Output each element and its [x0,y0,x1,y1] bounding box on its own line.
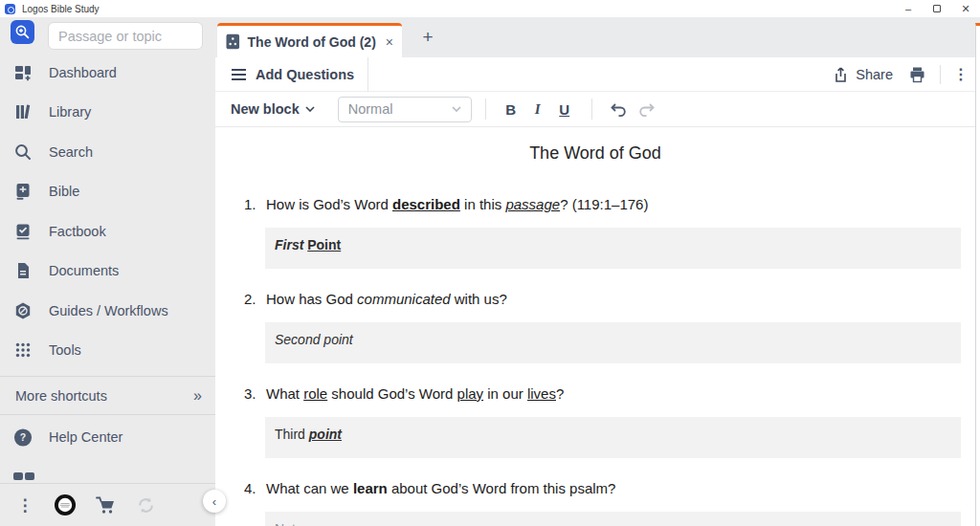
question-number: 2. [244,290,266,309]
guides-workflows-icon [13,301,33,320]
share-icon [833,66,849,83]
cart-icon [95,494,117,516]
new-block-dropdown[interactable]: New block [231,101,315,117]
divider [368,57,368,92]
question-item[interactable]: 3.What role should God’s Word play in ou… [230,384,961,404]
tools-icon [13,340,33,360]
underline-button[interactable]: U [551,97,578,121]
sidebar-item-documents[interactable]: Documents [0,252,215,292]
app-window: Logos Bible Study – ✕ Dashboard Library [0,0,980,526]
library-icon [13,102,33,121]
main-panel: The Word of God (2) × + Add Questions Sh… [215,17,980,526]
sidebar-item-bible[interactable]: Bible [0,172,215,212]
avatar-logo-icon [54,493,77,516]
questions-doc-icon [226,33,240,50]
bold-button[interactable]: B [498,97,524,121]
sidebar-item-dashboard[interactable]: Dashboard [0,53,215,93]
answer-block[interactable]: First Point [265,228,961,269]
panel-toolbar: Add Questions Share ⋮ [215,57,980,92]
document-editor[interactable]: The Word of God 1.How is God’s Word desc… [215,127,980,526]
minimize-button[interactable]: – [894,1,923,16]
question-item[interactable]: 4.What can we learn about God’s Word fro… [230,479,961,498]
sidebar-item-help-center[interactable]: ? Help Center [0,415,215,459]
new-tab-button[interactable]: + [416,25,439,50]
tab-title: The Word of God (2) [248,34,376,50]
maximize-button[interactable] [923,1,951,16]
adjacent-panel-edge [975,23,980,526]
account-avatar[interactable] [54,493,77,517]
undo-button[interactable] [604,97,633,121]
double-chevron-right-icon: » [193,387,200,405]
search-icon [13,142,33,162]
divider [591,99,592,120]
sidebar-nav: Dashboard Library Search Bible Factbook … [0,53,215,370]
redo-icon [637,101,657,117]
sidebar-item-label: Tools [49,342,81,358]
redo-button[interactable] [633,97,661,121]
sidebar-item-search[interactable]: Search [0,132,215,172]
svg-text:?: ? [20,432,26,443]
sidebar-item-tools[interactable]: Tools [0,331,215,371]
kebab-icon: ⋮ [17,495,33,515]
sidebar-item-factbook[interactable]: Factbook [0,211,215,252]
share-label: Share [856,67,893,82]
undo-icon [609,101,628,117]
sidebar-menu-button[interactable]: ⋮ [13,493,36,517]
question-text: How is God’s Word described in this pass… [266,195,961,214]
question-item[interactable]: 1.How is God’s Word described in this pa… [230,195,961,214]
format-toolbar: New block Normal B I U [215,92,980,127]
answer-block[interactable]: Third point [265,417,961,458]
question-number: 3. [244,384,266,404]
sidebar-item-guides-workflows[interactable]: Guides / Workflows [0,291,215,331]
hamburger-icon [231,68,247,81]
sidebar-item-label: Factbook [49,224,106,239]
italic-button[interactable]: I [524,97,551,121]
panel-menu-button[interactable]: ⋮ [953,65,969,83]
add-questions-label: Add Questions [256,67,354,82]
app-logo-icon [5,4,15,14]
answer-block[interactable]: Second point [265,322,961,363]
close-window-button[interactable]: ✕ [951,1,980,16]
sync-button[interactable] [134,493,157,517]
kebab-icon: ⋮ [953,66,969,82]
chevron-left-icon: ‹ [212,494,216,509]
share-button[interactable]: Share [833,66,893,83]
add-questions-button[interactable]: Add Questions [215,57,368,91]
sidebar-item-label: Dashboard [49,65,117,80]
sidebar-bottom-bar: ⋮ [0,483,215,526]
printer-icon [908,66,926,83]
tab-close-icon[interactable]: × [386,34,393,50]
search-input[interactable] [48,22,203,50]
sidebar-item-label: Guides / Workflows [49,303,168,318]
documents-icon [13,261,33,280]
partially-visible-icon [13,467,36,476]
document-title[interactable]: The Word of God [230,143,961,164]
search-plus-icon [14,24,31,40]
window-titlebar: Logos Bible Study – ✕ [0,0,980,17]
dashboard-icon [13,63,33,82]
question-item[interactable]: 2.How has God communicated with us? [230,290,961,309]
style-selected-value: Normal [348,101,393,117]
new-block-label: New block [231,101,300,117]
chevron-down-icon [452,106,461,112]
sidebar-item-label: Bible [49,184,79,199]
quick-search-button[interactable] [11,20,34,44]
print-button[interactable] [908,66,926,83]
window-title: Logos Bible Study [22,4,100,14]
help-icon: ? [13,427,33,447]
divider [940,65,941,84]
bible-icon [13,182,33,201]
answer-placeholder: Notes [275,521,310,526]
sidebar-item-library[interactable]: Library [0,93,215,133]
sidebar-item-label: Library [49,104,91,120]
more-shortcuts[interactable]: More shortcuts » [0,376,215,415]
question-text: How has God communicated with us? [266,290,961,309]
maximize-icon [933,5,941,12]
paragraph-style-select[interactable]: Normal [338,97,472,122]
store-cart-button[interactable] [94,493,117,517]
sidebar-item-label: Help Center [49,429,122,445]
question-number: 4. [244,479,266,498]
sidebar-collapse-button[interactable]: ‹ [203,490,226,513]
answer-block[interactable]: Notes [265,512,961,526]
tab-word-of-god[interactable]: The Word of God (2) × [217,23,402,57]
